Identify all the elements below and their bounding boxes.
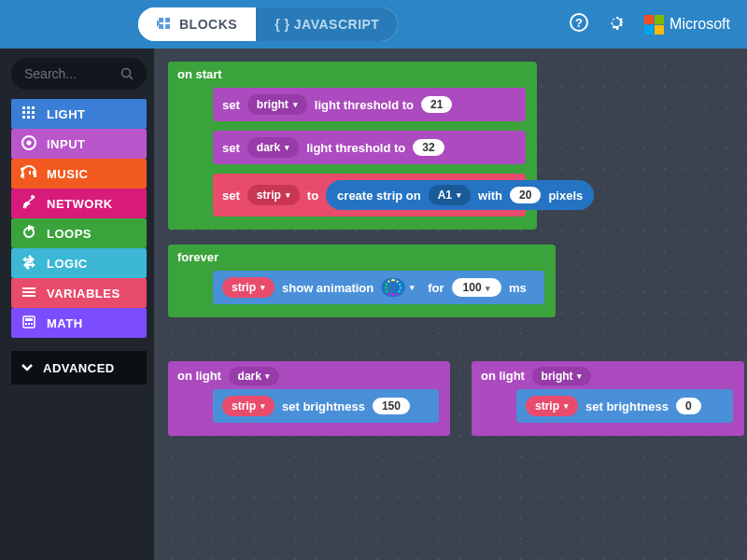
svg-rect-17 — [22, 287, 35, 289]
light-icon — [21, 105, 37, 123]
help-icon[interactable]: ? — [570, 13, 588, 36]
category-label: LOOPS — [47, 227, 92, 241]
category-music[interactable]: MUSIC — [11, 159, 147, 189]
condition-dropdown[interactable]: bright▾ — [532, 367, 591, 385]
search-placeholder: Search... — [24, 66, 77, 81]
threshold-value[interactable]: 32 — [413, 139, 444, 156]
category-label: MUSIC — [47, 167, 88, 181]
tab-blocks[interactable]: BLOCKS — [138, 7, 256, 41]
svg-rect-5 — [27, 106, 30, 109]
svg-rect-21 — [25, 318, 33, 321]
category-input[interactable]: INPUT — [11, 129, 147, 159]
search-icon — [120, 67, 134, 80]
svg-rect-18 — [22, 291, 35, 293]
block-on-light-dark[interactable]: on light dark▾ strip▾ set brightness 150 — [168, 361, 450, 436]
variables-icon — [21, 285, 37, 302]
workspace[interactable]: on start setbright▾light threshold to21s… — [154, 49, 747, 560]
microsoft-icon — [644, 15, 664, 35]
svg-rect-4 — [22, 106, 25, 109]
block-on-light-bright[interactable]: on light bright▾ strip▾ set brightness 0 — [472, 361, 744, 436]
pin-dropdown[interactable]: A1▾ — [429, 185, 471, 205]
svg-rect-6 — [32, 106, 35, 109]
chevron-down-icon — [21, 361, 34, 374]
tab-javascript[interactable]: { } JAVASCRIPT — [256, 7, 398, 41]
create-strip-block[interactable]: create strip onA1▾with20pixels — [326, 180, 594, 210]
category-math[interactable]: MATH — [11, 308, 147, 338]
label: set brightness — [585, 399, 669, 413]
block-on-start-title: on start — [177, 67, 222, 81]
threshold-value[interactable]: 21 — [421, 96, 452, 113]
svg-rect-12 — [32, 116, 35, 119]
music-icon — [21, 165, 37, 183]
category-label: VARIABLES — [47, 287, 120, 301]
var-dropdown[interactable]: strip▾ — [247, 185, 300, 205]
block-set-brightness[interactable]: strip▾ set brightness 150 — [213, 389, 439, 423]
brand-logo: Microsoft — [644, 15, 730, 35]
search-input[interactable]: Search... — [11, 58, 147, 90]
sidebar: Search... LIGHTINPUTMUSICNETWORKLOOPSLOG… — [0, 49, 154, 560]
category-label: INPUT — [47, 137, 86, 151]
strip-dropdown[interactable]: strip▾ — [222, 277, 275, 298]
svg-rect-9 — [32, 111, 35, 114]
label: show animation — [282, 281, 374, 295]
svg-text:?: ? — [575, 16, 583, 30]
tab-blocks-label: BLOCKS — [179, 17, 237, 32]
svg-point-2 — [122, 69, 131, 77]
label: ms — [509, 281, 527, 295]
svg-rect-23 — [28, 323, 30, 325]
category-variables[interactable]: VARIABLES — [11, 278, 147, 308]
topbar-right: ? Microsoft — [570, 13, 730, 36]
svg-rect-20 — [23, 316, 35, 328]
category-logic[interactable]: LOGIC — [11, 248, 147, 278]
blocks-icon — [157, 17, 172, 33]
category-network[interactable]: NETWORK — [11, 189, 147, 218]
block-set-brightness[interactable]: strip▾ set brightness 0 — [516, 389, 733, 423]
condition-dropdown[interactable]: dark▾ — [229, 367, 279, 385]
label: for — [428, 281, 444, 295]
category-label: LOGIC — [47, 257, 88, 271]
category-label: LIGHT — [47, 107, 86, 121]
animation-dropdown[interactable]: ▾ — [381, 278, 405, 297]
gear-icon[interactable] — [607, 13, 626, 36]
category-label: NETWORK — [47, 197, 113, 211]
svg-rect-22 — [25, 323, 27, 325]
block-forever-title: forever — [177, 250, 218, 264]
mode-tabs: BLOCKS { } JAVASCRIPT — [138, 7, 398, 41]
logic-icon — [21, 255, 37, 273]
category-label: MATH — [47, 316, 83, 330]
block-title: on light bright▾ — [481, 367, 591, 385]
block-set-threshold[interactable]: setbright▾light threshold to21 — [213, 88, 526, 121]
category-light[interactable]: LIGHT — [11, 99, 147, 129]
strip-dropdown[interactable]: strip▾ — [222, 396, 275, 416]
duration-dropdown[interactable]: 100 ▾ — [452, 278, 501, 297]
brightness-value[interactable]: 0 — [676, 398, 701, 414]
loops-icon — [21, 225, 37, 243]
category-loops[interactable]: LOOPS — [11, 218, 147, 248]
input-icon — [21, 135, 37, 153]
svg-rect-8 — [27, 111, 30, 114]
threshold-dropdown[interactable]: dark▾ — [247, 137, 299, 158]
label: set brightness — [282, 399, 365, 413]
tab-javascript-label: { } JAVASCRIPT — [275, 17, 379, 32]
svg-rect-16 — [34, 173, 36, 177]
math-icon — [21, 315, 37, 332]
svg-point-14 — [27, 140, 32, 145]
block-set-threshold[interactable]: setdark▾light threshold to32 — [213, 131, 526, 164]
svg-rect-10 — [22, 116, 25, 119]
svg-rect-15 — [21, 173, 24, 177]
block-on-start[interactable]: on start setbright▾light threshold to21s… — [168, 62, 537, 230]
block-forever[interactable]: forever strip▾ show animation ▾ for 100 … — [168, 245, 556, 317]
strip-dropdown[interactable]: strip▾ — [526, 396, 578, 416]
block-show-animation[interactable]: strip▾ show animation ▾ for 100 ▾ ms — [213, 271, 544, 304]
svg-rect-24 — [31, 323, 33, 325]
svg-rect-7 — [22, 111, 25, 114]
block-set-strip[interactable]: setstrip▾tocreate strip onA1▾with20pixel… — [213, 174, 526, 217]
advanced-toggle[interactable]: ADVANCED — [11, 351, 147, 385]
network-icon — [21, 195, 37, 213]
svg-rect-19 — [22, 295, 35, 297]
brightness-value[interactable]: 150 — [373, 398, 410, 414]
pixel-count[interactable]: 20 — [510, 187, 541, 203]
brand-label: Microsoft — [669, 16, 730, 33]
threshold-dropdown[interactable]: bright▾ — [247, 94, 307, 115]
advanced-label: ADVANCED — [43, 361, 115, 375]
